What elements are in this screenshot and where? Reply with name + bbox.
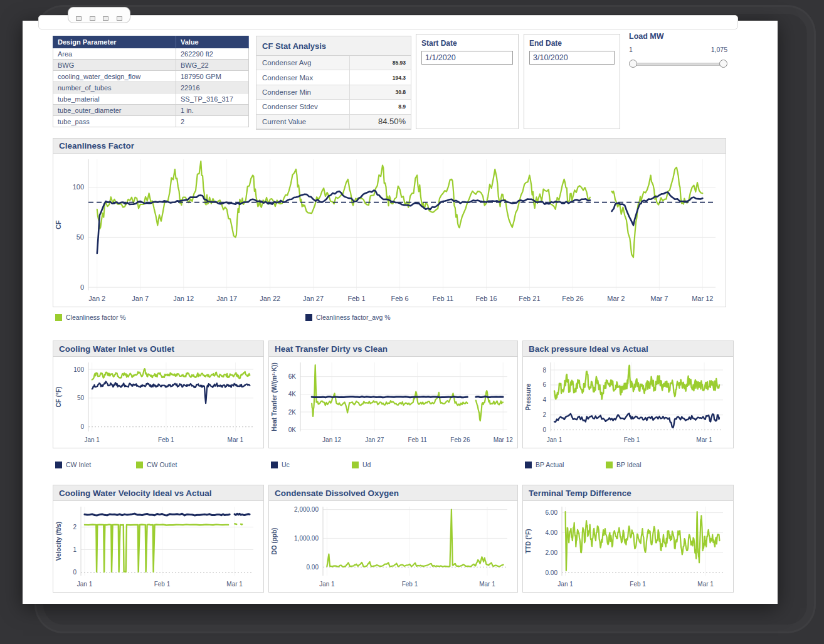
load-mw-slider[interactable] xyxy=(629,60,727,68)
legend-swatch-icon xyxy=(606,462,613,468)
svg-text:Feb 26: Feb 26 xyxy=(450,436,470,443)
legend-item[interactable]: Cleanliness factor % xyxy=(55,314,126,321)
dissolved-oxygen-chart[interactable]: 0.001,000.002,000.00Jan 1Feb 1Mar 1DO (p… xyxy=(269,501,517,592)
svg-text:Jan 22: Jan 22 xyxy=(260,295,280,302)
svg-text:50: 50 xyxy=(77,394,85,401)
cooling-water-inlet-outlet-chart[interactable]: 050100Jan 1Feb 1Mar 1CF (°F) xyxy=(53,357,263,448)
heat-transfer-chart[interactable]: 0K2K4K6KJan 12Jan 27Feb 11Feb 26Mar 12He… xyxy=(269,357,517,448)
stat-row[interactable]: Condenser Min30.8 xyxy=(256,85,411,100)
svg-text:Jan 1: Jan 1 xyxy=(319,581,335,588)
stat-value: 8.9 xyxy=(349,100,411,113)
legend-item[interactable]: CW Inlet xyxy=(55,461,91,468)
slider-handle-max[interactable] xyxy=(719,60,727,68)
svg-text:Mar 12: Mar 12 xyxy=(494,436,514,443)
chart-title: Back pressure Ideal vs Actual xyxy=(523,341,733,357)
legend-swatch-icon xyxy=(305,314,312,321)
table-row[interactable]: tube_materialSS_TP_316_317 xyxy=(53,93,249,105)
svg-text:4.00: 4.00 xyxy=(546,529,558,536)
svg-text:Mar 12: Mar 12 xyxy=(692,295,713,302)
load-mw-filter: Load MW 1 1,075 xyxy=(629,32,727,68)
design-parameter-table-header: Design ParameterValue xyxy=(53,36,249,48)
ttd-chart[interactable]: 0.002.004.006.00Jan 1Feb 1Mar 1TTD (°F) xyxy=(523,501,733,592)
collapsed-toolbar[interactable] xyxy=(68,7,130,23)
svg-text:CF (°F): CF (°F) xyxy=(55,387,62,408)
cell: 187950 GPM xyxy=(176,71,249,82)
svg-text:1,000.00: 1,000.00 xyxy=(294,535,319,542)
svg-text:Mar 2: Mar 2 xyxy=(607,295,625,302)
svg-text:Feb 6: Feb 6 xyxy=(391,295,409,302)
svg-text:Jan 12: Jan 12 xyxy=(322,436,341,443)
svg-text:Jan 12: Jan 12 xyxy=(173,295,194,302)
stat-row[interactable]: Condenser Avg85.93 xyxy=(256,56,411,70)
back-pressure-card: Back pressure Ideal vs Actual 02468Jan 1… xyxy=(522,340,734,448)
legend-item[interactable]: Ud xyxy=(352,461,371,468)
svg-text:Feb 1: Feb 1 xyxy=(624,436,640,443)
end-date-card: End Date xyxy=(524,34,620,129)
chart-title: Cleanliness Factor xyxy=(53,139,726,154)
cleanliness-factor-chart[interactable]: 050100Jan 2Jan 7Jan 12Jan 17Jan 22Jan 27… xyxy=(53,154,726,307)
svg-text:Feb 1: Feb 1 xyxy=(158,436,174,443)
legend-item[interactable]: CW Outlet xyxy=(136,461,177,468)
cleanliness-factor-card: Cleanliness Factor 050100Jan 2Jan 7Jan 1… xyxy=(53,138,726,307)
slider-track[interactable] xyxy=(631,63,725,66)
load-mw-min: 1 xyxy=(629,46,633,53)
slider-handle-min[interactable] xyxy=(629,60,637,68)
svg-text:Mar 1: Mar 1 xyxy=(696,436,712,443)
table-row[interactable]: cooling_water_design_flow187950 GPM xyxy=(53,71,249,82)
legend-item[interactable]: Uc xyxy=(271,461,290,468)
table-row[interactable]: BWGBWG_22 xyxy=(53,60,249,71)
legend-label: CW Outlet xyxy=(147,461,177,468)
svg-text:Feb 1: Feb 1 xyxy=(402,581,418,588)
svg-text:0: 0 xyxy=(80,423,84,430)
cleanliness-factor-legend: Cleanliness factor %Cleanliness factor_a… xyxy=(53,314,726,324)
table-row[interactable]: Area262290 ft2 xyxy=(53,48,249,60)
svg-text:2: 2 xyxy=(542,411,546,418)
svg-text:0: 0 xyxy=(80,283,84,291)
cell: Area xyxy=(53,48,176,60)
svg-text:Feb 1: Feb 1 xyxy=(154,581,171,588)
svg-text:1: 1 xyxy=(73,546,77,553)
toolbar-button-icon[interactable] xyxy=(90,16,95,21)
cell: tube_outer_diameter xyxy=(53,105,176,116)
velocity-card: Cooling Water Velocity Ideal vs Actual 0… xyxy=(53,485,264,593)
start-date-input[interactable] xyxy=(421,51,513,65)
chart-title: Cooling Water Inlet vs Outlet xyxy=(53,341,263,357)
legend-item[interactable]: BP Actual xyxy=(525,461,564,468)
back-pressure-chart[interactable]: 02468Jan 1Feb 1Mar 1Pressure xyxy=(523,357,733,448)
load-mw-label: Load MW xyxy=(629,32,727,41)
svg-text:DO (ppb): DO (ppb) xyxy=(271,528,278,555)
velocity-chart[interactable]: 012Jan 1Feb 1Mar 1Velocity (ft/s) xyxy=(53,501,263,592)
toolbar-button-icon[interactable] xyxy=(103,16,108,21)
toolbar-button-icon[interactable] xyxy=(117,16,122,21)
table-row[interactable]: tube_pass2 xyxy=(53,116,249,127)
stat-label: Condenser Max xyxy=(256,74,349,82)
legend-item[interactable]: Cleanliness factor_avg % xyxy=(305,314,390,321)
svg-text:CF: CF xyxy=(55,220,62,230)
stat-label: Current Value xyxy=(256,118,349,125)
stat-row[interactable]: Current Value84.50% xyxy=(256,115,411,129)
cell: 2 xyxy=(176,116,249,127)
stat-row[interactable]: Condenser Stdev8.9 xyxy=(256,100,411,114)
legend-label: BP Actual xyxy=(536,461,564,468)
svg-text:Mar 1: Mar 1 xyxy=(697,581,714,588)
legend-item[interactable]: BP Ideal xyxy=(606,461,642,468)
svg-text:Feb 11: Feb 11 xyxy=(433,295,453,302)
end-date-input[interactable] xyxy=(529,51,615,65)
stat-value: 194.3 xyxy=(349,70,411,84)
svg-text:0: 0 xyxy=(542,426,546,433)
svg-text:Mar 1: Mar 1 xyxy=(479,581,495,588)
svg-text:Mar 1: Mar 1 xyxy=(228,436,244,443)
cell: 22916 xyxy=(176,82,249,93)
stat-value: 30.8 xyxy=(349,85,411,99)
svg-text:2.00: 2.00 xyxy=(546,549,558,556)
start-date-card: Start Date xyxy=(416,34,519,129)
svg-text:100: 100 xyxy=(73,366,84,373)
svg-text:Jan 7: Jan 7 xyxy=(132,295,149,302)
table-row[interactable]: number_of_tubes22916 xyxy=(53,82,249,93)
toolbar-button-icon[interactable] xyxy=(76,16,82,21)
cell: SS_TP_316_317 xyxy=(176,93,249,105)
dissolved-oxygen-card: Condensate Dissolved Oxygen 0.001,000.00… xyxy=(268,485,518,593)
cell: tube_pass xyxy=(53,116,176,127)
table-row[interactable]: tube_outer_diameter1 in. xyxy=(53,105,249,116)
stat-row[interactable]: Condenser Max194.3 xyxy=(256,70,411,85)
